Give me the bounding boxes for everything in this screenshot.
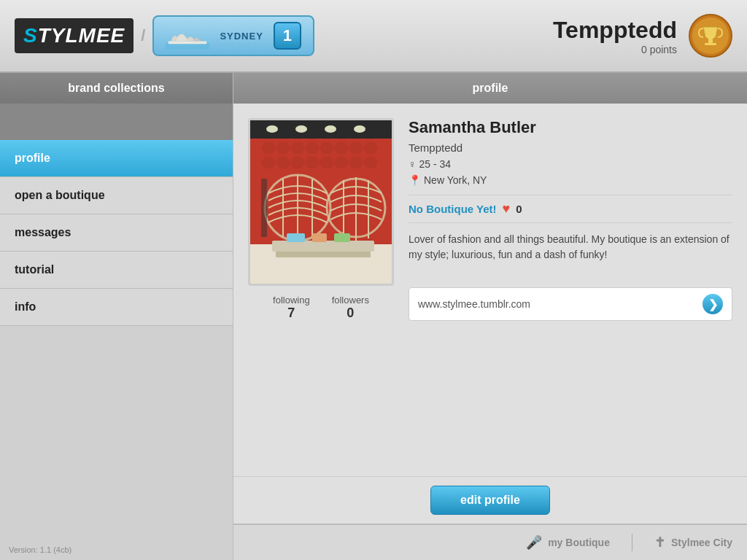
- city-badge[interactable]: SYDNEY 1: [152, 15, 314, 56]
- profile-url-bar[interactable]: www.stylmee.tumblr.com ❯: [409, 287, 732, 321]
- svg-rect-6: [705, 43, 716, 45]
- logo-s: S: [23, 24, 38, 47]
- svg-rect-5: [708, 37, 713, 43]
- edit-profile-button[interactable]: edit profile: [430, 486, 550, 515]
- profile-photo: [248, 118, 394, 286]
- main-layout: brand collections profile open a boutiqu…: [0, 73, 747, 560]
- followers-stat: followers 0: [332, 295, 369, 321]
- following-count: 7: [287, 306, 295, 321]
- heart-count: 0: [516, 203, 522, 215]
- username-text: Tempptedd: [553, 17, 677, 44]
- boutique-status-label: No Boutique Yet!: [409, 203, 497, 215]
- badge-rank: 1: [274, 22, 301, 50]
- username-display: Tempptedd 0 points: [553, 17, 677, 55]
- location-pin-icon: 📍: [409, 174, 421, 186]
- version-label: Version: 1.1 (4cb): [0, 540, 233, 560]
- my-boutique-link[interactable]: 🎤 my Boutique: [526, 534, 610, 551]
- gender-icon: ♀: [409, 158, 417, 170]
- svg-rect-43: [287, 233, 305, 242]
- content-header: profile: [233, 73, 747, 104]
- profile-info: Samantha Butler Tempptedd ♀ 25 - 34 📍 Ne…: [409, 118, 732, 321]
- svg-rect-2: [169, 42, 207, 44]
- svg-rect-44: [312, 233, 327, 242]
- header: STYLMEE / SYDNEY 1 Tempptedd 0 points: [0, 0, 747, 73]
- svg-rect-42: [261, 179, 267, 237]
- profile-username: Tempptedd: [409, 141, 732, 154]
- bottom-bar: 🎤 my Boutique ✝ Stylmee City: [233, 524, 747, 560]
- sidebar-item-tutorial[interactable]: tutorial: [0, 252, 233, 289]
- sidebar: brand collections profile open a boutiqu…: [0, 73, 233, 560]
- logo-rest: TYLMEE: [38, 24, 125, 47]
- logo: STYLMEE: [15, 18, 133, 53]
- svg-point-33: [266, 125, 278, 133]
- profile-url: www.stylmee.tumblr.com: [418, 298, 530, 310]
- sidebar-spacer: [0, 104, 233, 140]
- my-boutique-label: my Boutique: [548, 537, 610, 548]
- svg-rect-45: [334, 233, 350, 242]
- svg-point-35: [325, 125, 336, 133]
- sidebar-title: brand collections: [0, 73, 233, 104]
- url-go-button[interactable]: ❯: [703, 294, 723, 314]
- sidebar-item-open-boutique[interactable]: open a boutique: [0, 177, 233, 214]
- followers-count: 0: [347, 306, 354, 321]
- city-label: SYDNEY: [220, 31, 263, 42]
- points-value: 0: [641, 44, 647, 55]
- following-stat: following 7: [273, 295, 310, 321]
- bottom-divider: [632, 534, 632, 551]
- boutique-icon: 🎤: [526, 534, 542, 551]
- age-range: 25 - 34: [419, 158, 452, 170]
- city-icon: ✝: [654, 534, 665, 551]
- stylmee-city-link[interactable]: ✝ Stylmee City: [654, 534, 732, 551]
- sidebar-item-profile[interactable]: profile: [0, 140, 233, 177]
- points-text: 0 points: [553, 44, 677, 55]
- svg-point-36: [354, 125, 365, 133]
- profile-photo-area: following 7 followers 0: [248, 118, 394, 321]
- profile-name: Samantha Butler: [409, 118, 732, 137]
- svg-point-34: [295, 125, 307, 133]
- sidebar-item-messages[interactable]: messages: [0, 214, 233, 252]
- trophy-icon: [689, 14, 732, 58]
- profile-location: 📍 New York, NY: [409, 174, 732, 186]
- heart-icon: ♥: [503, 201, 511, 217]
- sidebar-item-info[interactable]: info: [0, 289, 233, 326]
- boutique-status: No Boutique Yet! ♥ 0: [409, 195, 732, 223]
- profile-age: ♀ 25 - 34: [409, 158, 732, 170]
- logo-area: STYLMEE /: [15, 18, 145, 53]
- content-area: profile: [233, 73, 747, 560]
- followers-label: followers: [332, 295, 369, 306]
- sydney-opera-icon: [166, 21, 209, 50]
- logo-slash: /: [141, 26, 145, 45]
- stylmee-city-label: Stylmee City: [671, 537, 732, 548]
- user-area: Tempptedd 0 points: [553, 14, 732, 58]
- sidebar-nav: profile open a boutique messages tutoria…: [0, 140, 233, 326]
- points-label: points: [650, 44, 677, 55]
- profile-top: following 7 followers 0 Samantha Butler …: [248, 118, 732, 321]
- svg-rect-40: [272, 241, 374, 252]
- boutique-illustration: [250, 120, 394, 286]
- profile-bio: Lover of fashion and all things beautifu…: [409, 232, 732, 283]
- profile-body: following 7 followers 0 Samantha Butler …: [233, 104, 747, 476]
- follow-stats: following 7 followers 0: [273, 295, 369, 321]
- following-label: following: [273, 295, 310, 306]
- edit-profile-area: edit profile: [233, 476, 747, 524]
- svg-rect-41: [276, 252, 371, 257]
- location-text: New York, NY: [424, 174, 487, 186]
